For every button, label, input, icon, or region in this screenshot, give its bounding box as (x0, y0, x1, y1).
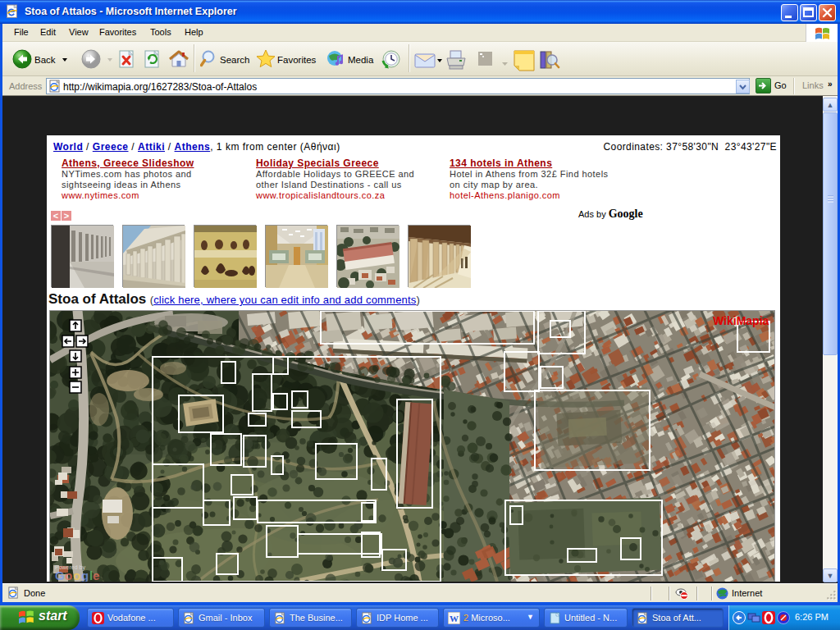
svg-text:Media: Media (348, 55, 374, 65)
svg-text:Favorites: Favorites (277, 55, 317, 65)
svg-text:o: o (73, 568, 80, 582)
svg-text:WikiMapia: WikiMapia (713, 314, 769, 327)
svg-text:Search: Search (220, 55, 249, 65)
svg-text:o: o (65, 568, 72, 582)
svg-text:Back: Back (34, 55, 56, 65)
svg-text:W: W (450, 614, 459, 623)
svg-text:g: g (81, 568, 89, 582)
svg-text:e: e (93, 568, 99, 582)
svg-text:G: G (55, 568, 65, 582)
